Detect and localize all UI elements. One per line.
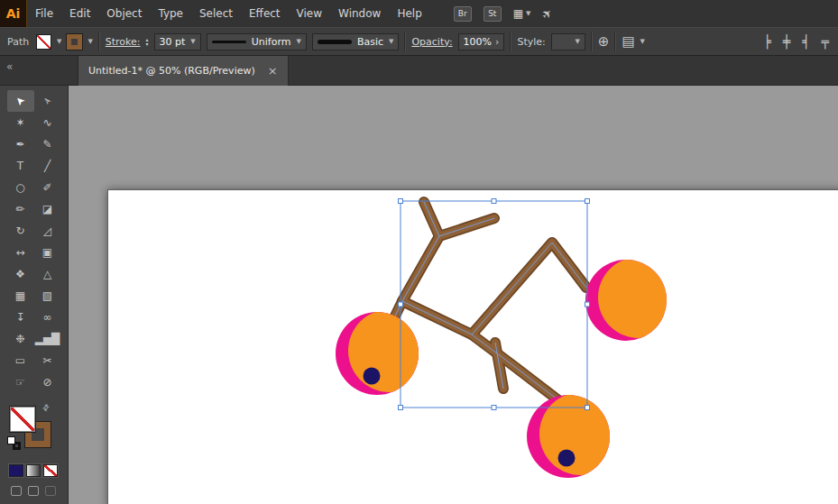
branch-strokes[interactable] bbox=[389, 202, 586, 406]
illustrator-window: Ai FileEditObjectTypeSelectEffectViewWin… bbox=[0, 0, 838, 504]
zoom-tool[interactable]: ⊘ bbox=[34, 371, 61, 393]
berry-ball[interactable] bbox=[336, 309, 431, 395]
selection-handle[interactable] bbox=[585, 302, 590, 307]
type-tool[interactable]: T bbox=[7, 155, 34, 177]
opacity-panel-link[interactable]: Opacity: bbox=[411, 36, 452, 48]
canvas-area[interactable] bbox=[69, 86, 838, 504]
globe-icon[interactable]: ⊕ bbox=[598, 35, 610, 49]
ellipse-tool[interactable]: ○ bbox=[7, 177, 34, 198]
workspace-switcher[interactable]: ▦ ▼ bbox=[513, 7, 531, 20]
free-transform-tool[interactable]: ▣ bbox=[34, 242, 61, 263]
stroke-weight-field[interactable]: 30 pt ▼ bbox=[154, 33, 201, 50]
stroke-dropdown-icon[interactable]: ▼ bbox=[87, 38, 92, 45]
document-tab[interactable]: Untitled-1* @ 50% (RGB/Preview) × bbox=[78, 56, 289, 86]
slice-tool[interactable]: ✂ bbox=[34, 350, 61, 371]
menu-select[interactable]: Select bbox=[191, 0, 241, 27]
style-combo[interactable]: ▼ bbox=[551, 33, 585, 50]
berry-ball[interactable] bbox=[527, 392, 622, 478]
menu-edit[interactable]: Edit bbox=[61, 0, 98, 27]
eyedropper-tool[interactable]: ↧ bbox=[7, 307, 34, 328]
app-logo[interactable]: Ai bbox=[0, 0, 27, 27]
opacity-field[interactable]: 100% › bbox=[458, 33, 505, 50]
gradient-tool[interactable]: ▧ bbox=[34, 285, 61, 307]
paintbrush-tool[interactable]: ✐ bbox=[34, 177, 61, 198]
menu-help[interactable]: Help bbox=[389, 0, 429, 27]
selection-tool[interactable]: ➤ bbox=[7, 90, 34, 112]
selection-handle[interactable] bbox=[585, 199, 590, 204]
line-segment-tool[interactable]: ╱ bbox=[34, 155, 61, 177]
align-horizontal-center-button[interactable]: ╪ bbox=[783, 34, 790, 49]
align-group: ╞ ╪ ╡ ╤ bbox=[763, 34, 831, 49]
width-profile-combo[interactable]: Uniform ▼ bbox=[207, 33, 307, 50]
draw-inside-mode-button[interactable] bbox=[45, 486, 56, 496]
direct-selection-tool[interactable]: ➢ bbox=[34, 90, 61, 112]
stroke-weight-dropdown-icon[interactable]: ▼ bbox=[190, 38, 195, 45]
style-dropdown-icon[interactable]: ▼ bbox=[575, 38, 579, 45]
width-profile-dropdown-icon[interactable]: ▼ bbox=[296, 38, 300, 45]
menu-object[interactable]: Object bbox=[98, 0, 150, 27]
stroke-color-swatch[interactable] bbox=[67, 34, 82, 50]
collapse-panels-button[interactable]: « bbox=[6, 60, 13, 73]
mesh-tool[interactable]: ▦ bbox=[7, 285, 34, 307]
fill-swatch[interactable] bbox=[10, 407, 35, 432]
artboard-tool[interactable]: ▭ bbox=[7, 350, 34, 371]
gpu-performance-icon[interactable]: ✈ bbox=[539, 5, 556, 22]
selection-handle[interactable] bbox=[399, 302, 403, 307]
menu-effect[interactable]: Effect bbox=[241, 0, 289, 27]
eraser-tool[interactable]: ◪ bbox=[34, 198, 61, 220]
menu-window[interactable]: Window bbox=[330, 0, 389, 27]
default-fill-stroke-icon[interactable] bbox=[7, 436, 22, 451]
perspective-grid-tool[interactable]: △ bbox=[34, 263, 61, 285]
selection-handle[interactable] bbox=[399, 199, 403, 204]
selection-handle[interactable] bbox=[585, 406, 590, 410]
artwork-layer bbox=[69, 86, 838, 504]
shaper-tool[interactable]: ✏ bbox=[7, 198, 34, 220]
shape-builder-tool[interactable]: ❖ bbox=[7, 263, 34, 285]
column-graph-icon: ▂▅█ bbox=[35, 334, 60, 344]
opacity-chevron-icon[interactable]: › bbox=[495, 36, 499, 48]
none-fill-icon bbox=[37, 35, 51, 49]
stroke-panel-link[interactable]: Stroke: bbox=[106, 36, 141, 48]
gradient-icon: ▧ bbox=[42, 290, 52, 301]
lasso-tool[interactable]: ∿ bbox=[34, 112, 61, 133]
scale-tool[interactable]: ◿ bbox=[34, 220, 61, 242]
fill-dropdown-icon[interactable]: ▼ bbox=[57, 38, 61, 45]
curvature-tool[interactable]: ✎ bbox=[34, 133, 61, 155]
menu-file[interactable]: File bbox=[27, 0, 61, 27]
stroke-weight-stepper[interactable]: ▴ ▾ bbox=[146, 37, 149, 46]
width-tool[interactable]: ↔ bbox=[7, 242, 34, 263]
magic-wand-tool[interactable]: ✶ bbox=[7, 112, 34, 133]
rotate-tool[interactable]: ↻ bbox=[7, 220, 34, 242]
align-vertical-top-button[interactable]: ╤ bbox=[822, 34, 829, 49]
arrange-dropdown-icon[interactable]: ▼ bbox=[640, 38, 645, 45]
brush-dropdown-icon[interactable]: ▼ bbox=[389, 38, 393, 45]
none-button[interactable] bbox=[43, 464, 58, 477]
close-tab-icon[interactable]: × bbox=[268, 65, 278, 77]
draw-behind-mode-button[interactable] bbox=[28, 486, 39, 496]
align-horizontal-left-button[interactable]: ╞ bbox=[763, 34, 770, 49]
selection-handle[interactable] bbox=[492, 199, 496, 204]
drawing-mode-buttons bbox=[11, 486, 68, 496]
draw-normal-mode-button[interactable] bbox=[11, 486, 22, 496]
brush-definition-combo[interactable]: Basic ▼ bbox=[312, 33, 400, 50]
bridge-button[interactable]: Br bbox=[454, 6, 472, 22]
blend-tool[interactable]: ∞ bbox=[34, 307, 61, 328]
menu-type[interactable]: Type bbox=[150, 0, 191, 27]
arrange-icon[interactable]: ▤ bbox=[622, 35, 634, 49]
color-button[interactable] bbox=[9, 464, 23, 477]
stepper-down-icon[interactable]: ▾ bbox=[146, 41, 149, 46]
symbol-sprayer-tool[interactable]: ❉ bbox=[7, 328, 34, 350]
stock-button[interactable]: St bbox=[483, 6, 502, 22]
gradient-button[interactable] bbox=[26, 464, 41, 477]
line-segment-icon: ╱ bbox=[44, 160, 51, 171]
selection-handle[interactable] bbox=[492, 406, 496, 410]
column-graph-tool[interactable]: ▂▅█ bbox=[34, 328, 61, 350]
fill-color-swatch[interactable] bbox=[36, 34, 51, 50]
selection-handle[interactable] bbox=[399, 406, 403, 410]
swap-fill-stroke-icon[interactable]: ⇄ bbox=[41, 402, 51, 413]
menu-view[interactable]: View bbox=[289, 0, 330, 27]
hand-tool[interactable]: ☞ bbox=[7, 371, 34, 393]
pen-tool[interactable]: ✒ bbox=[7, 133, 34, 155]
align-horizontal-right-button[interactable]: ╡ bbox=[802, 34, 809, 49]
berry-ball[interactable] bbox=[585, 257, 679, 341]
